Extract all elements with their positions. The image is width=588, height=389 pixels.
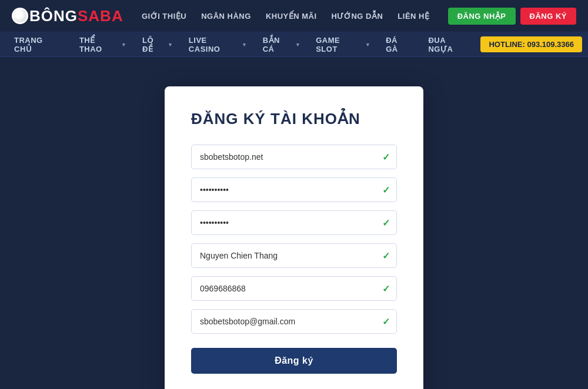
username-input[interactable] bbox=[191, 145, 397, 169]
bottom-nav: TRANG CHỦ THỂ THAO▾ LÔ ĐỀ▾ LIVE CASINO▾ … bbox=[0, 32, 588, 57]
nav-item-live-casino[interactable]: LIVE CASINO▾ bbox=[181, 32, 255, 56]
nav-item-lo-de[interactable]: LÔ ĐỀ▾ bbox=[134, 32, 181, 56]
nav-item-huong-dan[interactable]: HƯỚNG DẪN bbox=[332, 11, 383, 21]
register-card: ĐĂNG KÝ TÀI KHOẢN ✓ ✓ ✓ ✓ ✓ bbox=[165, 86, 423, 389]
main-content: ĐĂNG KÝ TÀI KHOẢN ✓ ✓ ✓ ✓ ✓ bbox=[0, 57, 588, 389]
top-buttons: ĐĂNG NHẬP ĐĂNG KÝ bbox=[448, 8, 576, 25]
logo-saba-text: SABA bbox=[78, 7, 123, 25]
check-icon: ✓ bbox=[382, 217, 390, 229]
register-top-button[interactable]: ĐĂNG KÝ bbox=[520, 8, 576, 25]
username-group: ✓ bbox=[191, 145, 397, 169]
check-icon: ✓ bbox=[382, 316, 390, 327]
nav-item-da-ga[interactable]: ĐÁ GÀ bbox=[377, 32, 420, 56]
phone-input[interactable] bbox=[191, 276, 397, 301]
nav-item-ban-ca[interactable]: BẮN CÁ▾ bbox=[255, 32, 308, 56]
check-icon: ✓ bbox=[382, 152, 390, 163]
chevron-down-icon: ▾ bbox=[243, 42, 246, 48]
logo-bong-text: BÔNG bbox=[29, 7, 78, 25]
confirm-password-input[interactable] bbox=[191, 210, 397, 235]
fullname-group: ✓ bbox=[191, 243, 397, 268]
phone-group: ✓ bbox=[191, 276, 397, 301]
chevron-down-icon: ▾ bbox=[296, 42, 300, 48]
nav-item-the-thao[interactable]: THỂ THAO▾ bbox=[71, 32, 134, 56]
password-input[interactable] bbox=[191, 177, 397, 202]
top-menu: GIỚI THIỆU NGÂN HÀNG KHUYẾN MÃI HƯỚNG DẪ… bbox=[142, 11, 430, 21]
email-input[interactable] bbox=[191, 309, 397, 334]
check-icon: ✓ bbox=[382, 250, 390, 261]
logo-ball-icon bbox=[12, 8, 28, 24]
nav-item-gioi-thieu[interactable]: GIỚI THIỆU bbox=[142, 11, 186, 21]
nav-item-lien-he[interactable]: LIÊN HỆ bbox=[397, 11, 429, 21]
nav-item-dua-ngua[interactable]: ĐUA NGỰA bbox=[420, 32, 480, 56]
bottom-menu: TRANG CHỦ THỂ THAO▾ LÔ ĐỀ▾ LIVE CASINO▾ … bbox=[6, 32, 480, 56]
chevron-down-icon: ▾ bbox=[366, 42, 370, 48]
logo: BÔNGSABA bbox=[12, 7, 123, 25]
chevron-down-icon: ▾ bbox=[169, 42, 172, 48]
nav-item-khuyen-mai[interactable]: KHUYẾN MÃI bbox=[266, 11, 317, 21]
check-icon: ✓ bbox=[382, 283, 390, 294]
hotline-badge: HOTLINE: 093.109.3366 bbox=[480, 36, 582, 52]
login-button[interactable]: ĐĂNG NHẬP bbox=[448, 8, 516, 25]
email-group: ✓ bbox=[191, 309, 397, 334]
register-title: ĐĂNG KÝ TÀI KHOẢN bbox=[191, 110, 397, 128]
chevron-down-icon: ▾ bbox=[122, 42, 126, 48]
submit-button[interactable]: Đăng ký bbox=[191, 348, 397, 374]
confirm-password-group: ✓ bbox=[191, 210, 397, 235]
svg-point-0 bbox=[12, 8, 28, 24]
top-nav: BÔNGSABA GIỚI THIỆU NGÂN HÀNG KHUYẾN MÃI… bbox=[0, 0, 588, 32]
password-group: ✓ bbox=[191, 177, 397, 202]
nav-item-trang-chu[interactable]: TRANG CHỦ bbox=[6, 32, 71, 56]
check-icon: ✓ bbox=[382, 185, 390, 196]
fullname-input[interactable] bbox=[191, 243, 397, 268]
nav-item-game-slot[interactable]: GAME SLOT▾ bbox=[308, 32, 377, 56]
nav-item-ngan-hang[interactable]: NGÂN HÀNG bbox=[201, 11, 251, 21]
register-form: ✓ ✓ ✓ ✓ ✓ ✓ Đăng ký bbox=[191, 145, 397, 374]
